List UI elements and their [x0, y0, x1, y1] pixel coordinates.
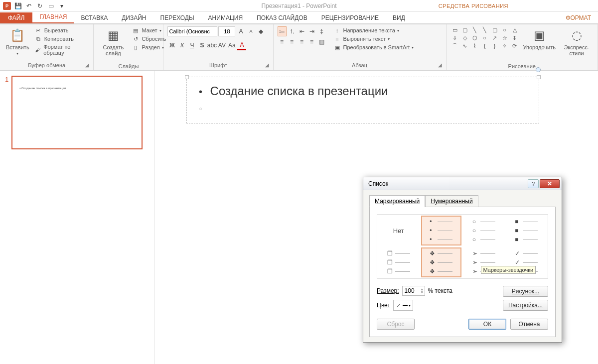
text-direction-button[interactable]: ↕Направление текста▾: [332, 26, 415, 34]
bullet-opt-none[interactable]: Нет: [378, 216, 419, 245]
ribbon-tabs: ФАЙЛ ГЛАВНАЯ ВСТАВКА ДИЗАЙН ПЕРЕХОДЫ АНИ…: [0, 12, 598, 24]
shapes-gallery[interactable]: ▭▢╲╲▢○△ ⇩◇⬡○↗☆↧ ⌒∿⌇{}✧⟳: [450, 26, 519, 49]
strike-icon[interactable]: abc: [207, 40, 216, 50]
columns-icon[interactable]: ▥: [317, 37, 326, 47]
grow-font-icon[interactable]: A: [236, 26, 245, 36]
content-textbox[interactable]: Создание списка в презентации: [186, 77, 539, 123]
dialog-title: Список: [368, 180, 388, 187]
align-left-icon[interactable]: ≡: [278, 37, 287, 47]
numbering-icon[interactable]: ⒈: [288, 26, 297, 36]
bullet-opt-square[interactable]: ■ ■ ■: [506, 216, 547, 245]
dialog-tab-bulleted[interactable]: Маркированный: [369, 195, 425, 207]
cancel-button[interactable]: Отмена: [510, 319, 548, 330]
save-icon[interactable]: 💾: [13, 1, 23, 11]
layout-icon: ▤: [132, 27, 140, 34]
format-painter-button[interactable]: 🖌Формат по образцу: [33, 43, 90, 56]
size-label: Размер:: [377, 287, 399, 294]
tab-slideshow[interactable]: ПОКАЗ СЛАЙДОВ: [250, 12, 314, 23]
smartart-icon: ▣: [333, 44, 341, 51]
slide-thumbnail[interactable]: Создание списка в презентации: [11, 76, 143, 149]
tab-animation[interactable]: АНИМАЦИЯ: [201, 12, 250, 23]
bullet-opt-hollow-square[interactable]: ❐ ❐ ❐: [378, 247, 419, 277]
tooltip-star-bullets: Маркеры-звездочки: [481, 266, 536, 274]
dialog-close-button[interactable]: ✕: [540, 179, 560, 188]
case-icon[interactable]: Aa: [227, 40, 236, 50]
align-text-button[interactable]: ≡Выровнять текст▾: [332, 35, 415, 43]
arrange-button[interactable]: ▣ Упорядочить: [521, 26, 558, 51]
group-slides-label: Слайды: [98, 63, 159, 69]
dialog-tab-numbered[interactable]: Нумерованный: [425, 195, 478, 207]
quick-styles-icon: ◌: [569, 27, 585, 43]
align-center-icon[interactable]: ≡: [288, 37, 297, 47]
underline-icon[interactable]: Ч: [187, 40, 196, 50]
clear-format-icon[interactable]: ◆: [256, 26, 265, 36]
quick-styles-button[interactable]: ◌ Экспресс-стили: [560, 26, 594, 57]
tab-transitions[interactable]: ПЕРЕХОДЫ: [153, 12, 201, 23]
brush-icon: 🖌: [34, 46, 42, 53]
slide-number: 1: [5, 76, 8, 149]
cut-button[interactable]: ✂Вырезать: [33, 26, 90, 34]
tab-review[interactable]: РЕЦЕНЗИРОВАНИЕ: [314, 12, 386, 23]
scissors-icon: ✂: [34, 27, 42, 34]
start-show-icon[interactable]: ▭: [46, 1, 56, 11]
shrink-font-icon[interactable]: A: [246, 26, 255, 36]
bullet-empty-line[interactable]: [199, 101, 527, 116]
tab-insert[interactable]: ВСТАВКА: [74, 12, 115, 23]
undo-icon[interactable]: ↶: [24, 1, 34, 11]
spacing-icon[interactable]: AV: [217, 40, 226, 50]
bullet-opt-check[interactable]: ✓ ✓ ✓ Маркеры-звездочки: [506, 247, 547, 277]
paste-button[interactable]: 📋 Вставить ▾: [4, 26, 31, 57]
picture-button[interactable]: Рисунок...: [503, 286, 548, 297]
align-justify-icon[interactable]: ≡: [307, 37, 316, 47]
group-clipboard-label: Буфер обмена: [4, 62, 89, 68]
new-slide-button[interactable]: ▦ Создать слайд: [98, 26, 129, 57]
reset-button[interactable]: ↺Сбросить: [131, 35, 167, 43]
shadow-icon[interactable]: S: [197, 40, 206, 50]
tab-home[interactable]: ГЛАВНАЯ: [32, 11, 74, 23]
customize-button[interactable]: Настройка...: [503, 300, 548, 311]
font-color-icon[interactable]: A: [237, 40, 246, 50]
font-size-input[interactable]: [218, 26, 235, 36]
tab-file[interactable]: ФАЙЛ: [0, 12, 32, 23]
app-icon: P: [2, 1, 12, 11]
bullets-dialog: Список ? ✕ Маркированный Нумерованный Не…: [363, 177, 562, 343]
reset-dialog-button[interactable]: Сброс: [377, 319, 415, 330]
align-right-icon[interactable]: ≡: [298, 37, 306, 47]
size-spinner[interactable]: 100 ▲▼: [402, 286, 425, 296]
rotate-handle-icon[interactable]: [536, 67, 541, 72]
bullet-opt-circle[interactable]: ○ ○ ○: [463, 216, 504, 245]
bold-icon[interactable]: Ж: [167, 40, 176, 50]
line-spacing-icon[interactable]: ‡: [317, 26, 326, 36]
new-slide-icon: ▦: [105, 27, 121, 43]
copy-button[interactable]: ⧉Копировать: [33, 35, 90, 43]
font-color-glyph-icon: ⟋: [396, 302, 402, 309]
tab-view[interactable]: ВИД: [386, 12, 412, 23]
contextual-tab-title: СРЕДСТВА РИСОВАНИЯ: [439, 3, 508, 9]
tab-format[interactable]: ФОРМАТ: [559, 12, 598, 23]
section-button[interactable]: ▯Раздел▾: [131, 43, 167, 51]
bullets-icon[interactable]: ≔: [278, 26, 287, 36]
group-drawing-label: Рисование: [450, 63, 594, 69]
font-name-input[interactable]: [167, 26, 217, 36]
thumb-bullet-text: Создание списка в презентации: [19, 87, 135, 90]
redo-icon[interactable]: ↻: [35, 1, 45, 11]
copy-icon: ⧉: [34, 35, 42, 42]
qat-more-icon[interactable]: ▾: [57, 1, 67, 11]
font-launcher-icon[interactable]: ◢: [262, 62, 269, 69]
bullet-opt-diamond[interactable]: ❖ ❖ ❖: [421, 247, 462, 277]
italic-icon[interactable]: К: [177, 40, 186, 50]
layout-button[interactable]: ▤Макет▾: [131, 26, 167, 34]
dialog-help-button[interactable]: ?: [528, 179, 539, 188]
clipboard-launcher-icon[interactable]: ◢: [82, 62, 89, 69]
tab-design[interactable]: ДИЗАЙН: [115, 12, 153, 23]
ok-button[interactable]: ОК: [468, 319, 506, 330]
para-launcher-icon[interactable]: ◢: [435, 62, 442, 69]
paste-more-icon[interactable]: ▾: [16, 51, 18, 56]
inc-indent-icon[interactable]: ⇥: [307, 26, 316, 36]
color-picker[interactable]: ⟋▾: [393, 300, 413, 311]
bullet-text-line[interactable]: Создание списка в презентации: [199, 84, 527, 98]
bullet-opt-disc[interactable]: • • •: [421, 216, 462, 245]
group-font-label: Шрифт: [167, 62, 269, 68]
dec-indent-icon[interactable]: ⇤: [298, 26, 306, 36]
smartart-button[interactable]: ▣Преобразовать в SmartArt▾: [332, 43, 415, 51]
